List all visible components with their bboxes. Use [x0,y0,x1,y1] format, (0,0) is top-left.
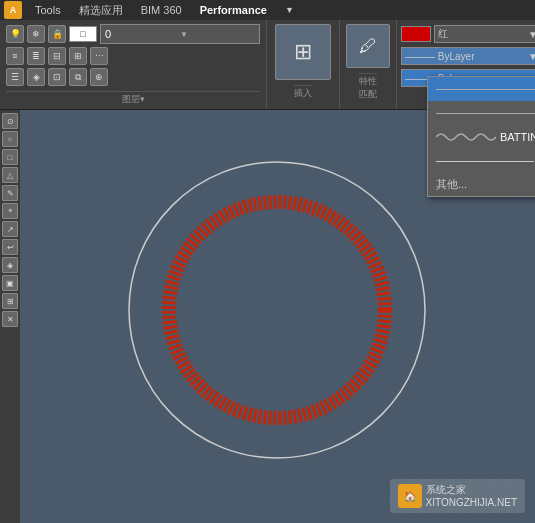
lt-item-continuous[interactable]: Continuous [428,149,535,173]
watermark-line2: XITONGZHIJIA.NET [426,496,518,509]
color-dropdown[interactable]: 红 ▼ [434,25,535,43]
left-icon-7[interactable]: ↗ [2,221,18,237]
lt-continuous-line [436,161,534,162]
linetype-dropdown[interactable]: ——— ByLayer ▼ [401,47,535,65]
linetype-row1: ——— ByLayer ▼ [401,46,535,66]
menu-select[interactable]: 精选应用 [74,2,128,19]
layer-tools-row3: ☰ ◈ ⊡ ⧉ ⊕ [6,68,260,86]
left-icon-10[interactable]: ▣ [2,275,18,291]
layer-tools-row1: 💡 ❄ 🔒 □ 0 ▼ [6,24,260,44]
layer-icon1[interactable]: ≡ [6,47,24,65]
menu-dropdown-arrow[interactable]: ▼ [280,4,299,16]
color-swatch[interactable] [401,26,431,42]
layer-prop-icon[interactable]: ☰ [6,68,24,86]
lt-bylayer-line [436,89,535,90]
layer-color2-icon[interactable]: ⧉ [69,68,87,86]
layer-tools-row2: ≡ ≣ ⊟ ⊞ ⋯ [6,47,260,65]
layer-lock2-icon[interactable]: ⊡ [48,68,66,86]
insert-block-icon[interactable]: ⊞ [275,24,331,80]
left-icon-12[interactable]: ✕ [2,311,18,327]
layer-vis-icon[interactable]: ◈ [27,68,45,86]
insert-label: 插入 [294,85,312,100]
other-link[interactable]: 其他... [428,173,535,196]
watermark: 🏠 系统之家 XITONGZHIJIA.NET [390,479,526,513]
left-toolbar: ⊙ ○ □ △ ✎ ⌖ ↗ ↩ ◈ ▣ ⊞ ✕ [0,110,20,523]
layer-icon5[interactable]: ⋯ [90,47,108,65]
title-bar: A Tools 精选应用 BIM 360 Performance ▼ [0,0,535,20]
layer-dropdown-arrow: ▼ [180,30,255,39]
left-icon-2[interactable]: ○ [2,131,18,147]
freeze-icon[interactable]: ❄ [27,25,45,43]
layers-label: 图层▾ [6,91,260,106]
linetype-arrow: ▼ [528,51,535,62]
color-label: 红 [438,27,448,41]
watermark-house: 🏠 [404,491,416,502]
left-icon-1[interactable]: ⊙ [2,113,18,129]
lt-byblock-line [436,113,535,114]
layer-icon2[interactable]: ≣ [27,47,45,65]
left-icon-6[interactable]: ⌖ [2,203,18,219]
lt-batting-label: BATTING [500,131,535,143]
batting-pattern [436,129,496,145]
toolbar: 💡 ❄ 🔒 □ 0 ▼ ≡ ≣ ⊟ ⊞ ⋯ ☰ ◈ ⊡ ⧉ ⊕ 图层▾ ⊞ [0,20,535,110]
color-white-icon[interactable]: □ [69,26,97,42]
left-icon-4[interactable]: △ [2,167,18,183]
left-icon-9[interactable]: ◈ [2,257,18,273]
insert-icons: ⊞ [275,24,331,80]
lt-item-byblock[interactable]: ByBlock [428,101,535,125]
layer-icon4[interactable]: ⊞ [69,47,87,65]
linetype-bylayer-label: ——— ByLayer [405,51,474,62]
match-section: 🖊 特性 匹配 [340,20,397,109]
lt-item-bylayer[interactable]: ByLayer [428,77,535,101]
menu-performance[interactable]: Performance [195,3,272,17]
color-row: 红 ▼ [401,24,535,44]
layer-icon3[interactable]: ⊟ [48,47,66,65]
watermark-text: 系统之家 XITONGZHIJIA.NET [426,483,518,509]
app-icon: A [4,1,22,19]
left-icon-3[interactable]: □ [2,149,18,165]
match-label: 特性 匹配 [359,73,377,101]
linetype-dropdown-open: ByLayer ByBlock BATTING Continuous 其他... [427,76,535,197]
left-icon-5[interactable]: ✎ [2,185,18,201]
left-icon-8[interactable]: ↩ [2,239,18,255]
layer-extra-icon[interactable]: ⊕ [90,68,108,86]
layer-tools-panel: 💡 ❄ 🔒 □ 0 ▼ ≡ ≣ ⊟ ⊞ ⋯ ☰ ◈ ⊡ ⧉ ⊕ 图层▾ [0,20,267,109]
left-icon-11[interactable]: ⊞ [2,293,18,309]
light-icon[interactable]: 💡 [6,25,24,43]
layer-name-dropdown[interactable]: 0 ▼ [100,24,260,44]
watermark-line1: 系统之家 [426,483,518,496]
menu-tools[interactable]: Tools [30,3,66,17]
lock-icon[interactable]: 🔒 [48,25,66,43]
watermark-icon: 🏠 [398,484,422,508]
insert-section: ⊞ 插入 [267,20,340,109]
lt-item-batting[interactable]: BATTING [428,125,535,149]
properties-panel: 红 ▼ ——— ByLayer ▼ ——— ByLayer ▼ ByLayer [397,20,535,109]
layer-value: 0 [105,28,180,40]
properties-icon[interactable]: 🖊 [346,24,390,68]
color-arrow: ▼ [528,29,535,40]
menu-bim360[interactable]: BIM 360 [136,3,187,17]
